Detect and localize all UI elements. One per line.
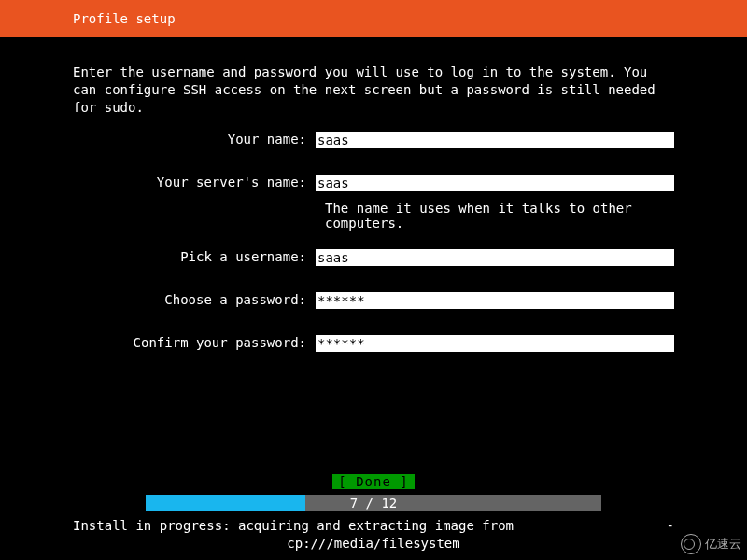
username-row: Pick a username: saas — [73, 249, 674, 266]
watermark: 亿速云 — [681, 534, 741, 554]
watermark-text: 亿速云 — [705, 536, 741, 553]
done-row: [ Done ] — [0, 474, 747, 489]
password-input[interactable]: ****** — [316, 292, 674, 309]
server-row: Your server's name: saas — [73, 175, 674, 191]
cloud-icon — [681, 534, 701, 554]
name-row: Your name: saas — [73, 132, 674, 148]
name-input[interactable]: saas — [316, 132, 674, 148]
password-label: Choose a password: — [73, 292, 316, 309]
status-area: Install in progress: acquiring and extra… — [73, 517, 674, 553]
server-label: Your server's name: — [73, 175, 316, 191]
server-input[interactable]: saas — [316, 175, 674, 191]
progress-text: 7 / 12 — [146, 495, 601, 511]
username-input[interactable]: saas — [316, 249, 674, 266]
confirm-label: Confirm your password: — [73, 335, 316, 352]
password-row: Choose a password: ****** — [73, 292, 674, 309]
instruction-text: Enter the username and password you will… — [0, 37, 747, 132]
profile-form: Your name: saas Your server's name: saas… — [0, 132, 747, 352]
username-label: Pick a username: — [73, 249, 316, 266]
confirm-row: Confirm your password: ****** — [73, 335, 674, 352]
name-label: Your name: — [73, 132, 316, 148]
page-title: Profile setup — [73, 11, 176, 26]
spinner-icon: - — [667, 517, 674, 535]
status-text-2: cp:///media/filesystem — [73, 535, 674, 553]
server-hint: The name it uses when it talks to other … — [325, 201, 674, 231]
progress-bar: 7 / 12 — [146, 495, 601, 511]
confirm-input[interactable]: ****** — [316, 335, 674, 352]
status-text-1: Install in progress: acquiring and extra… — [73, 517, 514, 535]
header-bar: Profile setup — [0, 0, 747, 37]
done-button[interactable]: [ Done ] — [332, 474, 414, 489]
